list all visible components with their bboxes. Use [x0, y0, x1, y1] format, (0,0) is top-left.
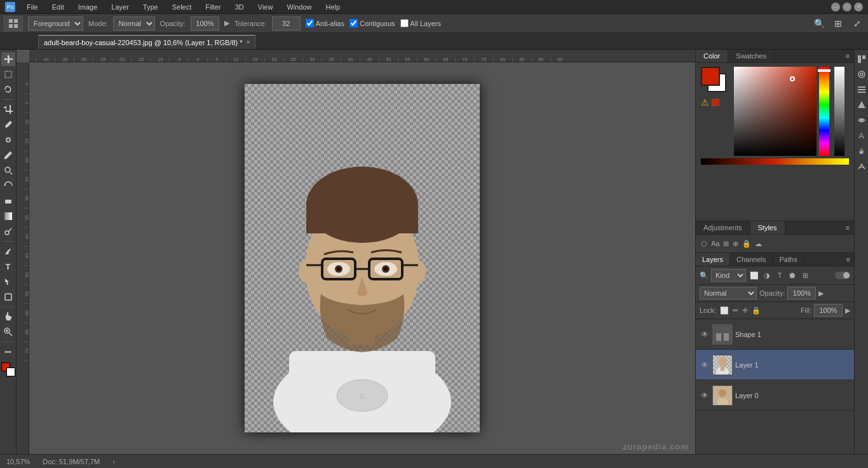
layers-tab[interactable]: Layers — [696, 253, 730, 266]
type-tool[interactable]: T — [1, 259, 15, 273]
adj-icon-5[interactable]: 🔒 — [742, 240, 751, 248]
menu-type[interactable]: Type — [140, 2, 161, 12]
warning-color-swatch[interactable] — [712, 99, 719, 106]
anti-alias-checkbox[interactable]: Anti-alias — [306, 19, 344, 27]
filter-toggle[interactable] — [835, 272, 850, 279]
styles-tab[interactable]: Styles — [750, 221, 785, 234]
foreground-select[interactable]: Foreground — [28, 17, 83, 31]
adj-icon-3[interactable]: ⊞ — [723, 240, 729, 248]
marquee-tool[interactable] — [1, 67, 15, 81]
move-tool[interactable] — [1, 52, 15, 66]
tolerance-input[interactable] — [272, 17, 301, 31]
layer-item-layer1[interactable]: 👁 Layer 1 — [696, 350, 854, 380]
side-icon-3[interactable] — [856, 84, 867, 95]
side-icon-4[interactable] — [856, 99, 867, 111]
adj-icon-1[interactable]: ⬡ — [701, 240, 707, 248]
side-icon-2[interactable] — [856, 69, 867, 80]
blend-mode-select[interactable]: Normal — [700, 287, 757, 299]
adj-icon-6[interactable]: ☁ — [755, 240, 762, 248]
foreground-color-box[interactable] — [701, 67, 720, 86]
pen-tool[interactable] — [1, 244, 15, 258]
tab-close-button[interactable]: × — [247, 39, 250, 46]
filter-shape-icon[interactable]: ⬟ — [787, 270, 798, 281]
zoom-tool[interactable] — [1, 325, 15, 339]
clone-stamp-tool[interactable] — [1, 163, 15, 177]
opacity-arrow[interactable]: ▶ — [818, 289, 824, 298]
layer-visibility-shape1[interactable]: 👁 — [700, 329, 710, 340]
lock-all-icon[interactable]: 🔒 — [752, 306, 761, 315]
lock-image-icon[interactable]: ✏ — [733, 306, 738, 315]
side-icon-5[interactable] — [856, 114, 867, 126]
close-button[interactable]: ✕ — [854, 3, 863, 11]
healing-tool[interactable] — [1, 133, 15, 147]
color-gradient[interactable] — [734, 67, 817, 156]
menu-3d[interactable]: 3D — [233, 2, 247, 12]
contiguous-checkbox[interactable]: Contiguous — [349, 19, 395, 27]
filter-adjust-icon[interactable]: ◑ — [761, 270, 773, 281]
eyedropper-tool[interactable] — [1, 118, 15, 132]
search-icon[interactable]: 🔍 — [812, 17, 826, 31]
adj-panel-menu[interactable]: ≡ — [841, 221, 854, 234]
color-tab[interactable]: Color — [696, 50, 728, 62]
menu-view[interactable]: View — [255, 2, 276, 12]
side-icon-7[interactable] — [856, 145, 867, 156]
adj-icon-2[interactable]: Aa — [711, 240, 719, 247]
menu-edit[interactable]: Edit — [50, 2, 67, 12]
filter-pixel-icon[interactable]: ⬜ — [749, 270, 760, 281]
fill-arrow[interactable]: ▶ — [845, 306, 850, 315]
menu-filter[interactable]: Filter — [203, 2, 223, 12]
lock-transparent-icon[interactable]: ⬜ — [720, 306, 729, 315]
side-icon-1[interactable] — [856, 53, 867, 65]
all-layers-checkbox[interactable]: All Layers — [400, 19, 441, 27]
alpha-bar[interactable] — [834, 67, 844, 156]
brush-tool[interactable] — [1, 148, 15, 162]
tool-icon-button[interactable] — [4, 16, 23, 31]
menu-image[interactable]: Image — [76, 2, 100, 12]
color-picker[interactable] — [734, 67, 829, 156]
menu-select[interactable]: Select — [170, 2, 194, 12]
menu-help[interactable]: Help — [323, 2, 343, 12]
lock-position-icon[interactable]: ✛ — [742, 306, 748, 315]
layer-item-layer0[interactable]: 👁 Layer 0 — [696, 380, 854, 411]
path-select-tool[interactable] — [1, 275, 15, 289]
fg-bg-colors[interactable] — [1, 362, 15, 376]
layer-item-shape1[interactable]: 👁 Shape 1 — [696, 319, 854, 350]
fullscreen-icon[interactable]: ⤢ — [850, 17, 864, 31]
background-color-swatch[interactable] — [6, 368, 15, 376]
layers-menu-btn[interactable]: ≡ — [843, 254, 854, 265]
adj-icon-4[interactable]: ⊕ — [733, 240, 738, 248]
crop-tool[interactable] — [1, 102, 15, 116]
dodge-tool[interactable] — [1, 224, 15, 238]
paths-tab[interactable]: Paths — [773, 253, 804, 266]
menu-layer[interactable]: Layer — [109, 2, 132, 12]
lasso-tool[interactable] — [1, 83, 15, 97]
document-tab[interactable]: adult-beard-boy-casual-220453.jpg @ 10,6… — [38, 35, 255, 49]
menu-window[interactable]: Window — [284, 2, 314, 12]
swatches-tab[interactable]: Swatches — [728, 50, 775, 62]
shape-tool[interactable] — [1, 290, 15, 304]
adjustments-tab[interactable]: Adjustments — [696, 221, 750, 234]
more-tools[interactable]: ••• — [1, 345, 15, 359]
maximize-button[interactable]: □ — [843, 3, 851, 11]
history-brush-tool[interactable] — [1, 179, 15, 193]
filter-type-icon[interactable]: T — [774, 270, 785, 281]
opacity-input[interactable] — [191, 17, 219, 31]
menu-file[interactable]: File — [24, 2, 41, 12]
layers-kind-select[interactable]: Kind — [711, 269, 746, 282]
channels-tab[interactable]: Channels — [730, 253, 773, 266]
arrange-icon[interactable]: ⊞ — [831, 17, 845, 31]
hue-bar[interactable] — [819, 67, 829, 156]
opacity-input-layers[interactable] — [787, 287, 816, 299]
hand-tool[interactable] — [1, 310, 15, 324]
side-icon-8[interactable] — [856, 160, 867, 172]
doc-size-arrow[interactable]: › — [112, 458, 115, 465]
gradient-tool[interactable] — [1, 209, 15, 223]
layer-visibility-layer0[interactable]: 👁 — [700, 390, 710, 401]
fill-input[interactable] — [814, 304, 843, 317]
mode-select[interactable]: Normal — [113, 17, 155, 31]
layer-visibility-layer1[interactable]: 👁 — [700, 360, 710, 370]
minimize-button[interactable]: — — [831, 3, 840, 11]
color-panel-menu[interactable]: ≡ — [841, 50, 854, 62]
side-icon-6[interactable]: A — [856, 130, 867, 141]
filter-smart-icon[interactable]: ⊞ — [799, 270, 811, 281]
